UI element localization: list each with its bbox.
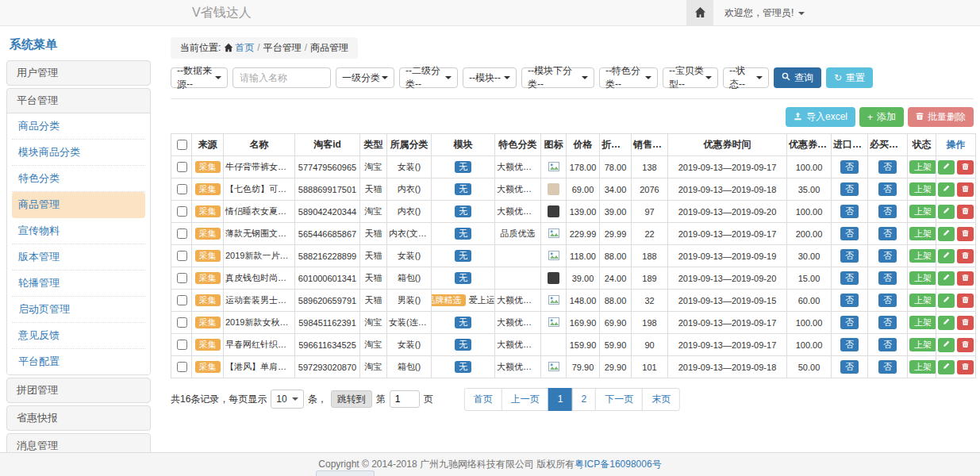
icp-link[interactable]: 粤ICP备16098006号: [575, 458, 661, 471]
import-excel-button[interactable]: 导入excel: [786, 107, 855, 127]
delete-button[interactable]: [957, 182, 974, 197]
must-buy-toggle-button[interactable]: 否: [878, 360, 897, 374]
import-toggle-button[interactable]: 否: [840, 160, 859, 174]
sidebar-item-版本管理[interactable]: 版本管理: [12, 244, 145, 271]
sidebar-item-意见反馈[interactable]: 意见反馈: [12, 323, 145, 349]
delete-button[interactable]: [957, 249, 974, 263]
pager-next[interactable]: 下一页: [595, 388, 643, 411]
delete-button[interactable]: [957, 160, 974, 175]
edit-button[interactable]: [938, 160, 955, 175]
import-toggle-button[interactable]: 否: [840, 338, 859, 351]
delete-button[interactable]: [957, 205, 974, 219]
sidebar-item-轮播管理[interactable]: 轮播管理: [12, 271, 145, 297]
status-button[interactable]: 上架: [909, 338, 936, 351]
must-buy-toggle-button[interactable]: 否: [878, 227, 897, 240]
row-checkbox[interactable]: [177, 340, 187, 350]
reset-button[interactable]: ↻ 重置: [826, 67, 873, 88]
must-buy-toggle-button[interactable]: 否: [878, 294, 897, 307]
row-checkbox[interactable]: [177, 295, 187, 305]
filter-select-feature[interactable]: --特色分类--: [599, 67, 658, 88]
status-button[interactable]: 上架: [909, 271, 936, 285]
edit-button[interactable]: [938, 249, 955, 263]
filter-select-item-type[interactable]: --宝贝类型--: [663, 67, 718, 88]
pager-first[interactable]: 首页: [464, 388, 502, 411]
pager-last[interactable]: 末页: [642, 388, 680, 411]
edit-button[interactable]: [938, 227, 955, 241]
must-buy-toggle-button[interactable]: 否: [878, 205, 897, 218]
delete-button[interactable]: [957, 316, 974, 330]
breadcrumb-home-link[interactable]: 首页: [235, 42, 254, 53]
status-button[interactable]: 上架: [909, 160, 936, 174]
filter-select-category-l2[interactable]: --二级分类--: [399, 67, 458, 88]
status-button[interactable]: 上架: [909, 294, 936, 307]
sidebar-item-特色分类[interactable]: 特色分类: [12, 166, 145, 192]
import-toggle-button[interactable]: 否: [840, 249, 859, 263]
delete-button[interactable]: [957, 338, 974, 352]
sidebar-item-拼团管理[interactable]: 拼团管理: [7, 378, 150, 402]
status-button[interactable]: 上架: [909, 249, 936, 263]
row-checkbox[interactable]: [177, 273, 187, 283]
pager-page-1[interactable]: 1: [548, 388, 573, 411]
sidebar-item-模块商品分类[interactable]: 模块商品分类: [12, 140, 145, 166]
status-button[interactable]: 上架: [909, 316, 936, 329]
sidebar-item-宣传物料[interactable]: 宣传物料: [12, 218, 145, 244]
pager-page-2[interactable]: 2: [572, 388, 597, 411]
must-buy-toggle-button[interactable]: 否: [878, 316, 897, 329]
user-menu[interactable]: 欢迎您，管理员!: [724, 6, 805, 20]
filter-select-category-l1[interactable]: 一级分类: [336, 67, 394, 88]
sidebar-item-商品管理[interactable]: 商品管理: [12, 192, 145, 218]
batch-delete-button[interactable]: 批量删除: [908, 107, 974, 127]
row-checkbox[interactable]: [177, 317, 187, 328]
sidebar-item-商品分类[interactable]: 商品分类: [12, 113, 145, 140]
add-button[interactable]: + 添加: [859, 107, 904, 127]
status-button[interactable]: 上架: [909, 360, 936, 374]
delete-button[interactable]: [957, 294, 974, 308]
must-buy-toggle-button[interactable]: 否: [878, 160, 897, 174]
delete-button[interactable]: [957, 360, 974, 374]
import-toggle-button[interactable]: 否: [840, 227, 859, 240]
page-size-select[interactable]: 10: [271, 390, 303, 409]
home-nav-button[interactable]: [686, 0, 713, 26]
row-checkbox[interactable]: [177, 251, 187, 261]
sidebar-item-省惠快报[interactable]: 省惠快报: [7, 406, 150, 430]
jump-to-button[interactable]: 跳转到: [331, 390, 372, 408]
filter-select-status[interactable]: --状态--: [723, 67, 769, 88]
status-button[interactable]: 上架: [909, 227, 936, 240]
edit-button[interactable]: [938, 316, 955, 330]
filter-select-module[interactable]: --模块--: [463, 67, 517, 88]
filter-select-data-source[interactable]: --数据来源--: [171, 67, 228, 88]
sidebar-item-平台配置[interactable]: 平台配置: [12, 349, 145, 374]
must-buy-toggle-button[interactable]: 否: [878, 182, 897, 196]
edit-button[interactable]: [938, 205, 955, 219]
filter-input-keyword[interactable]: [233, 67, 331, 88]
delete-button[interactable]: [957, 227, 974, 241]
search-button[interactable]: 查询: [774, 67, 821, 88]
import-toggle-button[interactable]: 否: [840, 316, 859, 329]
pager-prev[interactable]: 上一页: [502, 388, 549, 411]
row-checkbox[interactable]: [177, 162, 187, 172]
edit-button[interactable]: [938, 338, 955, 352]
edit-button[interactable]: [938, 271, 955, 286]
sidebar-item-用户管理[interactable]: 用户管理: [7, 61, 150, 85]
edit-button[interactable]: [938, 182, 955, 197]
row-checkbox[interactable]: [177, 362, 187, 372]
page-number-input[interactable]: [390, 390, 420, 408]
import-toggle-button[interactable]: 否: [840, 205, 859, 218]
import-toggle-button[interactable]: 否: [840, 271, 859, 285]
status-button[interactable]: 上架: [909, 205, 936, 218]
select-all-checkbox[interactable]: [177, 140, 187, 150]
filter-select-module-sub[interactable]: --模块下分类--: [521, 67, 594, 88]
must-buy-toggle-button[interactable]: 否: [878, 249, 897, 263]
row-checkbox[interactable]: [177, 228, 187, 239]
row-checkbox[interactable]: [177, 184, 187, 194]
row-checkbox[interactable]: [177, 206, 187, 217]
must-buy-toggle-button[interactable]: 否: [878, 271, 897, 285]
import-toggle-button[interactable]: 否: [840, 294, 859, 307]
edit-button[interactable]: [938, 294, 955, 308]
must-buy-toggle-button[interactable]: 否: [878, 338, 897, 351]
import-toggle-button[interactable]: 否: [840, 182, 859, 196]
sidebar-item-启动页管理[interactable]: 启动页管理: [12, 297, 145, 323]
import-toggle-button[interactable]: 否: [840, 360, 859, 374]
delete-button[interactable]: [957, 271, 974, 286]
status-button[interactable]: 上架: [909, 182, 936, 196]
